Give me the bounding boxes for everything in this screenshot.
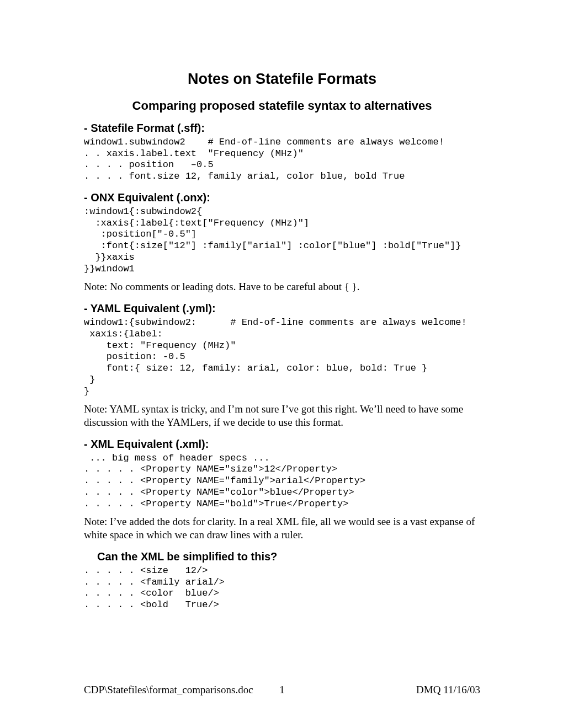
code-block-xml-simplified: . . . . . <size 12/> . . . . . <family a… [84, 565, 480, 611]
section-heading-xml: - XML Equivalent (.xml): [84, 438, 480, 451]
page-footer: CDP\Statefiles\format_comparisons.doc 1 … [84, 684, 480, 696]
code-block-sff: window1.subwindow2 # End-of-line comment… [84, 137, 480, 183]
section-heading-onx: - ONX Equivalent (.onx): [84, 191, 480, 204]
code-block-yaml: window1:{subwindow2: # End-of-line comme… [84, 317, 480, 397]
document-page: Notes on Statefile Formats Comparing pro… [0, 0, 563, 728]
footer-author-date: DMQ 11/16/03 [416, 684, 480, 696]
section-heading-sff: - Statefile Format (.sff): [84, 122, 480, 135]
page-title: Notes on Statefile Formats [84, 71, 480, 88]
code-block-onx: :window1{:subwindow2{ :xaxis{:label{:tex… [84, 206, 480, 275]
note-onx: Note: No comments or leading dots. Have … [84, 280, 480, 293]
section-heading-xml-simplified: Can the XML be simplified to this? [97, 550, 480, 563]
section-heading-yaml: - YAML Equivalent (.yml): [84, 302, 480, 315]
note-xml: Note: I’ve added the dots for clarity. I… [84, 515, 480, 542]
note-yaml: Note: YAML syntax is tricky, and I’m not… [84, 403, 480, 429]
page-subtitle: Comparing proposed statefile syntax to a… [84, 99, 480, 113]
footer-path: CDP\Statefiles\format_comparisons.doc [84, 684, 253, 696]
code-block-xml: ... big mess of header specs ... . . . .… [84, 453, 480, 510]
